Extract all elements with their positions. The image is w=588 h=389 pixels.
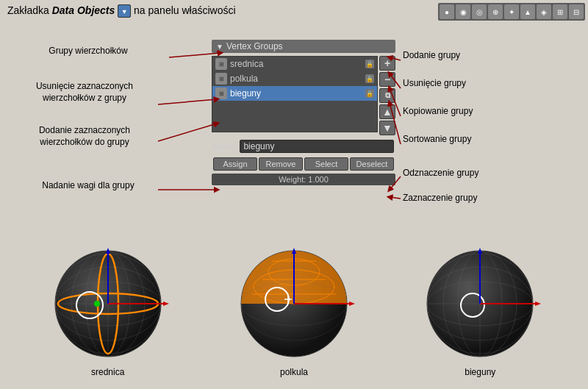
remove-group-button[interactable]: − bbox=[379, 72, 395, 87]
vg-item-bieguny[interactable]: ⊞ bieguny 🔒 bbox=[212, 86, 377, 101]
annotation-add-vertices: Dodanie zaznaczonychwierzchołków do grup… bbox=[7, 125, 162, 148]
annotation-add-group: Dodanie grupy bbox=[403, 50, 550, 62]
vg-lock-bieguny[interactable]: 🔒 bbox=[365, 89, 374, 98]
sphere-item-polkula: polkula bbox=[232, 239, 356, 377]
add-group-button[interactable]: + bbox=[379, 56, 395, 71]
toolbar: ● ◉ ◎ ⊕ ✦ ▲ ◈ ⊞ ⊟ bbox=[438, 3, 585, 21]
header-prefix: Zakładka bbox=[7, 4, 52, 16]
svg-marker-56 bbox=[535, 301, 541, 306]
assign-button[interactable]: Assign bbox=[213, 157, 257, 171]
sort-up-button[interactable]: ▲ bbox=[379, 104, 395, 119]
sphere-label-srednica: srednica bbox=[91, 367, 124, 377]
name-label: Name: bbox=[213, 142, 237, 151]
vg-label-bieguny: bieguny bbox=[230, 88, 261, 99]
name-row: Name: bbox=[212, 138, 395, 154]
sort-down-button[interactable]: ▼ bbox=[379, 121, 395, 135]
svg-line-10 bbox=[390, 197, 401, 199]
svg-line-2 bbox=[158, 99, 217, 104]
toolbar-btn-1[interactable]: ● bbox=[440, 4, 454, 19]
svg-marker-42 bbox=[349, 301, 355, 306]
select-button[interactable]: Select bbox=[304, 157, 348, 171]
sphere-canvas-srednica bbox=[46, 239, 171, 364]
toolbar-btn-6[interactable]: ▲ bbox=[520, 4, 535, 19]
copy-group-button[interactable]: ⧉ bbox=[379, 88, 395, 103]
sphere-label-polkula: polkula bbox=[280, 367, 308, 377]
svg-point-23 bbox=[94, 301, 100, 307]
svg-line-3 bbox=[158, 124, 217, 141]
sphere-item-bieguny: bieguny bbox=[417, 239, 542, 377]
vertex-groups-list: ⊞ srednica 🔒 ⊞ polkula 🔒 ⊞ bieguny 🔒 bbox=[212, 56, 378, 132]
header-italic: Data Objects bbox=[52, 4, 115, 16]
vg-lock-polkula[interactable]: 🔒 bbox=[365, 74, 374, 83]
deselect-button[interactable]: Deselect bbox=[350, 157, 394, 171]
annotation-weight: Nadanie wagi dla grupy bbox=[15, 180, 162, 192]
toolbar-btn-8[interactable]: ⊞ bbox=[553, 4, 567, 19]
sphere-label-bieguny: bieguny bbox=[465, 367, 495, 377]
panel-title: Vertex Groups bbox=[226, 41, 283, 51]
side-buttons-container: + − ⧉ ▲ ▼ bbox=[379, 56, 395, 135]
svg-marker-25 bbox=[163, 301, 169, 306]
toolbar-btn-5[interactable]: ✦ bbox=[504, 4, 519, 19]
annotation-deselect-group: Odznaczenie grupy bbox=[403, 168, 550, 179]
vg-icon-bieguny: ⊞ bbox=[215, 88, 227, 99]
remove-button[interactable]: Remove bbox=[259, 157, 303, 171]
vg-item-srednica[interactable]: ⊞ srednica 🔒 bbox=[212, 57, 377, 71]
annotation-remove-vertices: Usunięcie zaznaczonychwierzchołków z gru… bbox=[7, 81, 162, 104]
toolbar-btn-3[interactable]: ◎ bbox=[472, 4, 487, 19]
panel-header: ▼ Vertex Groups bbox=[212, 40, 395, 53]
weight-label: Weight: 1.000 bbox=[279, 175, 329, 184]
sphere-canvas-bieguny bbox=[417, 239, 542, 364]
spheres-container: srednica bbox=[0, 227, 588, 389]
annotation-sort-group: Sortowanie grupy bbox=[403, 134, 550, 146]
annotation-vertex-groups: Grupy wierzchołków bbox=[15, 46, 162, 57]
vg-item-polkula[interactable]: ⊞ polkula 🔒 bbox=[212, 71, 377, 86]
sphere-item-srednica: srednica bbox=[46, 239, 171, 377]
name-input[interactable] bbox=[240, 140, 394, 153]
toolbar-btn-7[interactable]: ◈ bbox=[537, 4, 551, 19]
weight-row: Weight: 1.000 bbox=[212, 174, 395, 185]
vg-label-polkula: polkula bbox=[230, 74, 258, 84]
vg-lock-srednica[interactable]: 🔒 bbox=[365, 60, 374, 68]
vg-icon-polkula: ⊞ bbox=[215, 73, 227, 85]
header-suffix: na panelu właściwości bbox=[134, 4, 236, 16]
annotation-remove-group: Usunięcie grupy bbox=[403, 78, 550, 90]
toolbar-btn-9[interactable]: ⊟ bbox=[569, 4, 584, 19]
vg-label-srednica: srednica bbox=[230, 59, 263, 69]
action-buttons: Assign Remove Select Deselect bbox=[212, 157, 395, 171]
annotation-select-group: Zaznaczenie grupy bbox=[403, 193, 550, 204]
toolbar-btn-2[interactable]: ◉ bbox=[456, 4, 470, 19]
annotation-copy-group: Kopiowanie grupy bbox=[403, 106, 550, 118]
header-icon: ▼ bbox=[118, 4, 131, 18]
sphere-canvas-polkula bbox=[232, 239, 356, 364]
vg-icon-srednica: ⊞ bbox=[215, 58, 227, 70]
panel-header-arrow: ▼ bbox=[216, 43, 223, 51]
vertex-groups-panel: ▼ Vertex Groups ⊞ srednica 🔒 ⊞ polkula 🔒… bbox=[212, 40, 395, 185]
toolbar-btn-4[interactable]: ⊕ bbox=[488, 4, 503, 19]
